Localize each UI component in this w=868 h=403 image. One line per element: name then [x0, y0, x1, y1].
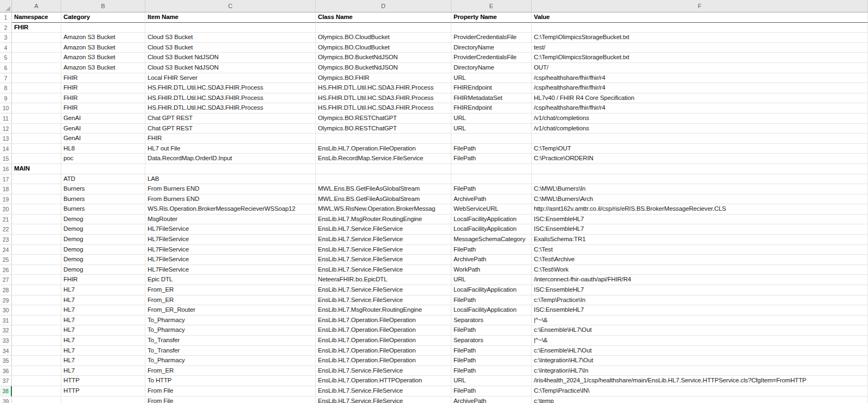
cell-D7[interactable]: Olympics.BO.FHIR	[316, 73, 451, 84]
cell-C12[interactable]: Chat GPT REST	[145, 124, 316, 134]
cell-F18[interactable]: C:\MWL\Burners\In	[532, 184, 868, 194]
cell-A39[interactable]	[12, 396, 61, 403]
cell-A10[interactable]	[12, 103, 61, 114]
cell-A7[interactable]	[12, 73, 61, 84]
cell-D36[interactable]: EnsLib.HL7.Service.FileService	[316, 366, 451, 376]
cell-B23[interactable]: Demog	[61, 235, 145, 245]
cell-C26[interactable]: HL7FileService	[145, 265, 316, 275]
row-header-15[interactable]: 15	[0, 154, 12, 164]
cell-B9[interactable]: FHIR	[61, 93, 145, 104]
cell-E3[interactable]: ProviderCredentialsFile	[451, 33, 532, 43]
cell-A19[interactable]	[12, 194, 61, 205]
cell-A34[interactable]	[12, 346, 61, 356]
cell-E18[interactable]: FilePath	[451, 184, 532, 194]
cell-E5[interactable]: ProviderCredentialsFile	[451, 53, 532, 63]
cell-D12[interactable]: Olympics.BO.RESTChatGPT	[316, 124, 451, 134]
cell-D27[interactable]: NeteeraFHIR.bo.EpicDTL	[316, 275, 451, 285]
cell-F9[interactable]: HL7v40 / FHIR R4 Core Specification	[532, 93, 868, 104]
cell-D4[interactable]: Olympics.BO.CloudBucket	[316, 43, 451, 53]
cell-E7[interactable]: URL	[451, 73, 532, 84]
cell-D6[interactable]: Olympics.BO.BucketNdJSON	[316, 63, 451, 73]
cell-D30[interactable]: EnsLib.HL7.MsgRouter.RoutingEngine	[316, 305, 451, 316]
cell-F28[interactable]: ISC:EnsembleHL7	[532, 285, 868, 295]
cell-C24[interactable]: HL7FileService	[145, 245, 316, 255]
cell-D18[interactable]: MWL.Ens.BS.GetFileAsGlobalStream	[316, 184, 451, 194]
cell-E14[interactable]: FilePath	[451, 144, 532, 154]
cell-B4[interactable]: Amazon S3 Bucket	[61, 43, 145, 53]
cell-B8[interactable]: FHIR	[61, 83, 145, 93]
cell-C34[interactable]: To_Transfer	[145, 346, 316, 356]
cell-C13[interactable]: FHIR	[145, 134, 316, 144]
row-header-21[interactable]: 21	[0, 215, 12, 225]
cell-B1[interactable]: Category	[61, 12, 145, 23]
cell-F4[interactable]: test/	[532, 43, 868, 53]
cell-D2[interactable]	[316, 23, 451, 33]
cell-B5[interactable]: Amazon S3 Bucket	[61, 53, 145, 63]
cell-D14[interactable]: EnsLib.HL7.Operation.FileOperation	[316, 144, 451, 154]
cell-E30[interactable]: LocalFacilityApplication	[451, 305, 532, 316]
cell-D29[interactable]: EnsLib.HL7.Service.FileService	[316, 295, 451, 306]
cell-C32[interactable]: To_Pharmacy	[145, 325, 316, 336]
select-all-corner[interactable]	[0, 0, 12, 12]
cell-F14[interactable]: C:\Temp\OUT	[532, 144, 868, 154]
cell-B38[interactable]: HTTP	[61, 386, 145, 396]
cell-E31[interactable]: Separators	[451, 316, 532, 326]
cell-F24[interactable]: C:\Test	[532, 245, 868, 255]
row-header-34[interactable]: 34	[0, 346, 12, 356]
row-header-14[interactable]: 14	[0, 144, 12, 154]
cell-C38[interactable]: From File	[145, 386, 316, 396]
cell-B29[interactable]: HL7	[61, 295, 145, 306]
cell-A17[interactable]	[12, 174, 61, 185]
cell-C19[interactable]: From Burners END	[145, 194, 316, 205]
cell-D28[interactable]: EnsLib.HL7.Service.FileService	[316, 285, 451, 295]
cell-A11[interactable]	[12, 114, 61, 124]
cell-F5[interactable]: C:\Temp\OlimpicsStorageBucket.txt	[532, 53, 868, 63]
row-header-25[interactable]: 25	[0, 255, 12, 265]
cell-B10[interactable]: FHIR	[61, 103, 145, 114]
cell-A25[interactable]	[12, 255, 61, 265]
cell-E6[interactable]: DirectoryName	[451, 63, 532, 73]
cell-B15[interactable]: poc	[61, 154, 145, 164]
cell-F26[interactable]: C:\Test\Work	[532, 265, 868, 275]
cell-A4[interactable]	[12, 43, 61, 53]
row-header-7[interactable]: 7	[0, 73, 12, 84]
cell-F36[interactable]: c:\Integration\HL7\In	[532, 366, 868, 376]
cell-D9[interactable]: HS.FHIR.DTL.Util.HC.SDA3.FHIR.Process	[316, 93, 451, 104]
cell-F19[interactable]: C:\MWL\Burners\Arch	[532, 194, 868, 205]
cell-F32[interactable]: c:\Ensemble\HL7\Out	[532, 325, 868, 336]
row-header-11[interactable]: 11	[0, 114, 12, 124]
cell-F1[interactable]: Value	[532, 12, 868, 23]
cell-D16[interactable]	[316, 164, 451, 174]
cell-D25[interactable]: EnsLib.HL7.Service.FileService	[316, 255, 451, 265]
cell-E34[interactable]: FilePath	[451, 346, 532, 356]
cell-A27[interactable]	[12, 275, 61, 285]
column-header-B[interactable]: B	[61, 0, 145, 12]
cell-C3[interactable]: Cloud S3 Bucket	[145, 33, 316, 43]
cell-F31[interactable]: |^~\&	[532, 316, 868, 326]
cell-C28[interactable]: From_ER	[145, 285, 316, 295]
cell-E11[interactable]: URL	[451, 114, 532, 124]
cell-A33[interactable]	[12, 336, 61, 346]
cell-E23[interactable]: MessageSchemaCategory	[451, 235, 532, 245]
cell-E2[interactable]	[451, 23, 532, 33]
cell-E36[interactable]: FilePath	[451, 366, 532, 376]
row-header-27[interactable]: 27	[0, 275, 12, 285]
cell-A35[interactable]	[12, 356, 61, 366]
cell-A6[interactable]	[12, 63, 61, 73]
cell-B30[interactable]: HL7	[61, 305, 145, 316]
cell-B39[interactable]	[61, 396, 145, 403]
cell-B21[interactable]: Demog	[61, 215, 145, 225]
cell-D20[interactable]: MWL.WS.RisNew.Operation.BrokerMessag	[316, 204, 451, 215]
cell-A23[interactable]	[12, 235, 61, 245]
cell-E17[interactable]	[451, 174, 532, 185]
cell-F29[interactable]: c:\Temp\Practice\In	[532, 295, 868, 306]
cell-F2[interactable]	[532, 23, 868, 33]
row-header-32[interactable]: 32	[0, 325, 12, 336]
cell-B11[interactable]: GenAI	[61, 114, 145, 124]
cell-C16[interactable]	[145, 164, 316, 174]
cell-B16[interactable]	[61, 164, 145, 174]
cell-D3[interactable]: Olympics.BO.CloudBucket	[316, 33, 451, 43]
row-header-3[interactable]: 3	[0, 33, 12, 43]
cell-A8[interactable]	[12, 83, 61, 93]
cell-F30[interactable]: ISC:EnsembleHL7	[532, 305, 868, 316]
